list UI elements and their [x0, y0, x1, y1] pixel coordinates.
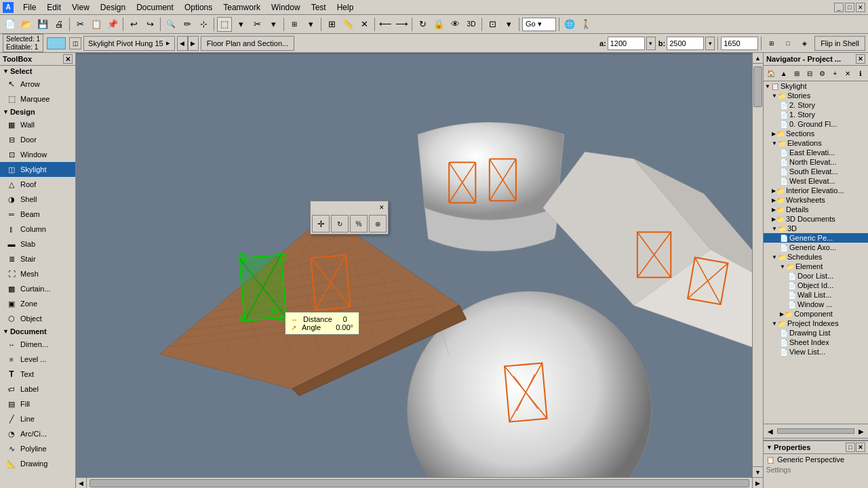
- tree-item-south-elev[interactable]: 📄 South Elevat...: [764, 167, 868, 176]
- canvas-viewport[interactable]: ✕ ✛ ↻ % ⊛ ↔ Distance 0 ↗ Angle 0.00°: [76, 53, 763, 488]
- tree-item-sections[interactable]: ▶ 📁 Sections: [764, 129, 868, 138]
- tree-item-3d[interactable]: ▼ 📁 3D: [764, 224, 868, 233]
- nav-prev[interactable]: ⟵: [378, 17, 393, 32]
- nav-add-button[interactable]: +: [829, 67, 841, 79]
- coord-a-input[interactable]: [608, 37, 645, 50]
- select-dropdown[interactable]: ▾: [233, 17, 248, 32]
- paste-button[interactable]: 📌: [105, 17, 120, 32]
- nav-up-button[interactable]: ▲: [778, 67, 790, 79]
- nav-prev-btn[interactable]: ◀: [765, 426, 776, 436]
- nav-info-button[interactable]: ℹ: [854, 67, 867, 79]
- tool-roof[interactable]: △ Roof: [0, 177, 75, 192]
- web-button[interactable]: 🌐: [562, 17, 577, 32]
- undo-button[interactable]: ↩: [126, 17, 141, 32]
- float-close-button[interactable]: ✕: [377, 203, 387, 212]
- props-expand-button[interactable]: □: [846, 443, 855, 452]
- nav-scroll-track[interactable]: [777, 428, 854, 434]
- tool-shell[interactable]: ◑ Shell: [0, 192, 75, 207]
- floor-btn[interactable]: ⊞: [287, 17, 302, 32]
- tree-item-sheet-index[interactable]: 📄 Sheet Index: [764, 338, 868, 347]
- section-header-select[interactable]: ▼ Select: [0, 66, 75, 77]
- float-mirror-button[interactable]: %: [350, 215, 368, 232]
- menu-design[interactable]: Design: [95, 1, 131, 14]
- props-close-button[interactable]: ✕: [856, 443, 865, 452]
- print-button[interactable]: 🖨: [52, 17, 66, 32]
- nav-close-button[interactable]: ✕: [856, 54, 865, 64]
- find-button[interactable]: 🔍: [163, 17, 178, 32]
- element-name-button[interactable]: Skylight Pivot Hung 15 ▸: [83, 36, 175, 51]
- nav-next-btn[interactable]: ▶: [856, 426, 867, 436]
- tool-text[interactable]: T Text: [0, 367, 75, 382]
- tree-item-generic-pe[interactable]: 📄 Generic Pe...: [764, 233, 868, 243]
- lock-button[interactable]: 🔒: [431, 17, 446, 32]
- floating-toolbar-header[interactable]: ✕: [311, 201, 388, 214]
- select2-button[interactable]: ⬚: [217, 17, 232, 32]
- nav-delete-button[interactable]: ✕: [842, 67, 854, 79]
- tool-arc[interactable]: ◔ Arc/Ci...: [0, 426, 75, 441]
- element-color-swatch[interactable]: [47, 37, 66, 49]
- tool-arrow[interactable]: ↖ Arrow: [0, 77, 75, 92]
- tool-wall[interactable]: ▦ Wall: [0, 117, 75, 132]
- float-rotate-button[interactable]: ↻: [331, 215, 349, 232]
- tree-item-elevations[interactable]: ▼ 📁 Elevations: [764, 138, 868, 148]
- tree-item-element[interactable]: ▼ 📁 Element: [764, 262, 868, 271]
- tree-item-object-id[interactable]: 📄 Object Id...: [764, 281, 868, 290]
- coord-b-arrow[interactable]: ▾: [705, 37, 715, 50]
- tree-item-details[interactable]: ▶ 📁 Details: [764, 205, 868, 214]
- close-x[interactable]: ✕: [357, 17, 372, 32]
- section-header-document[interactable]: ▼ Document: [0, 326, 75, 337]
- tool-polyline[interactable]: ∿ Polyline: [0, 441, 75, 456]
- ref-button[interactable]: □: [781, 36, 795, 51]
- scissors-button[interactable]: ✂: [250, 17, 264, 32]
- menu-help[interactable]: Help: [332, 1, 359, 14]
- tree-item-view-list[interactable]: 📄 View List...: [764, 347, 868, 357]
- tree-item-story0[interactable]: 📄 0. Ground Fl...: [764, 119, 868, 129]
- view-button[interactable]: ⊡: [485, 17, 500, 32]
- nav-home-button[interactable]: 🏠: [765, 67, 777, 79]
- copy-button[interactable]: 📋: [89, 17, 104, 32]
- tree-item-east-elev[interactable]: 📄 East Elevati...: [764, 148, 868, 157]
- coord-c-input[interactable]: [721, 37, 758, 50]
- nav-collapse-button[interactable]: ⊟: [804, 67, 816, 79]
- float-more-button[interactable]: ⊛: [369, 215, 387, 232]
- go-dropdown[interactable]: Go ▾: [522, 18, 556, 31]
- tree-item-stories[interactable]: ▼ 📁 Stories: [764, 91, 868, 100]
- coord-b-input[interactable]: [667, 37, 704, 50]
- icon3[interactable]: ◈: [797, 36, 812, 51]
- measure-button[interactable]: 📏: [340, 17, 355, 32]
- tree-item-schedules[interactable]: ▼ 📁 Schedules: [764, 252, 868, 262]
- minimize-button[interactable]: _: [834, 3, 844, 12]
- floor-plan-button[interactable]: Floor Plan and Section...: [201, 36, 294, 51]
- grid-button[interactable]: ⊞: [324, 17, 339, 32]
- flip-shell-button[interactable]: Flip in Shell: [814, 36, 865, 51]
- section-header-design[interactable]: ▼ Design: [0, 106, 75, 117]
- maximize-button[interactable]: □: [845, 3, 854, 12]
- tree-item-story2[interactable]: 📄 2. Story: [764, 100, 868, 110]
- tool-line[interactable]: ╱ Line: [0, 411, 75, 426]
- tree-item-drawing-list[interactable]: 📄 Drawing List: [764, 328, 868, 338]
- floor-dropdown[interactable]: ▾: [303, 17, 318, 32]
- tree-item-story1[interactable]: 📄 1. Story: [764, 110, 868, 119]
- tool-mesh[interactable]: ⛶ Mesh: [0, 266, 75, 281]
- menu-test[interactable]: Test: [306, 1, 332, 14]
- menu-file[interactable]: File: [18, 1, 41, 14]
- tree-item-skylight[interactable]: ▼ 📋 Skylight: [764, 81, 868, 91]
- toolbox-close-button[interactable]: ✕: [63, 54, 73, 64]
- open-button[interactable]: 📂: [19, 17, 34, 32]
- tree-item-interior-elev[interactable]: ▶ 📁 Interior Elevatio...: [764, 186, 868, 195]
- tool-window[interactable]: ⊡ Window: [0, 147, 75, 162]
- tree-item-project-indexes[interactable]: ▼ 📁 Project Indexes: [764, 319, 868, 328]
- tree-item-wall-list[interactable]: 📄 Wall List...: [764, 290, 868, 300]
- new-button[interactable]: 📄: [3, 17, 18, 32]
- tree-item-north-elev[interactable]: 📄 North Elevat...: [764, 157, 868, 167]
- tool-marquee[interactable]: ⬚ Marquee: [0, 92, 75, 106]
- tree-item-generic-axo[interactable]: 📄 Generic Axo...: [764, 243, 868, 252]
- tree-item-worksheets[interactable]: ▶ 📁 Worksheets: [764, 195, 868, 205]
- redo-button[interactable]: ↪: [142, 17, 157, 32]
- coord-a-arrow[interactable]: ▾: [646, 37, 656, 50]
- tool-beam[interactable]: ═ Beam: [0, 207, 75, 222]
- tool-dimension[interactable]: ↔ Dimen...: [0, 337, 75, 352]
- 3d-button[interactable]: 3D: [464, 17, 479, 32]
- tool-skylight[interactable]: ◫ Skylight: [0, 162, 75, 177]
- tree-item-window-list[interactable]: 📄 Window ...: [764, 300, 868, 309]
